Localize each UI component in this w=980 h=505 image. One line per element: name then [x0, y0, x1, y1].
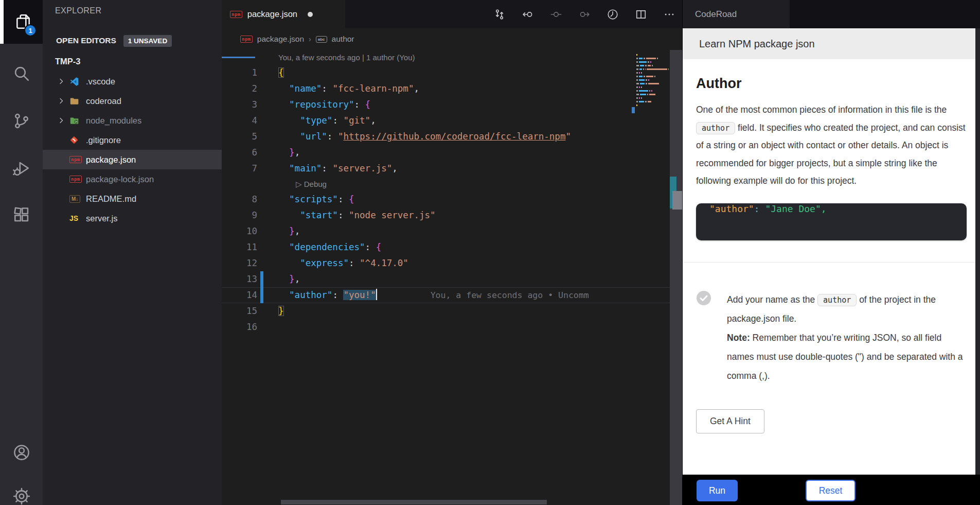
chevron-right-icon	[57, 116, 69, 125]
folder-icon	[69, 96, 86, 106]
minimap[interactable]	[636, 53, 670, 161]
code-line-11[interactable]: 11 "dependencies": {	[222, 239, 682, 255]
line-number: 2	[222, 81, 257, 97]
line-number: 10	[222, 223, 257, 239]
chevron-right-icon	[57, 77, 69, 85]
open-changes-icon[interactable]	[494, 9, 505, 20]
horizontal-scrollbar-thumb[interactable]	[281, 500, 547, 504]
file-label: .gitignore	[86, 135, 121, 145]
svg-text:js: js	[75, 120, 78, 124]
timeline-icon[interactable]	[607, 9, 618, 20]
tree-item-coderoad[interactable]: coderoad	[43, 91, 222, 111]
codelens-debug[interactable]: ▷ Debug	[222, 177, 682, 191]
code-line-14[interactable]: 14 "author": "you!"You, a few seconds ag…	[222, 287, 682, 303]
explorer-header: EXPLORER	[55, 6, 213, 15]
editor-scrollbar-column[interactable]	[670, 50, 682, 505]
code-line-5[interactable]: 5 "url": "https://github.com/coderoad/fc…	[222, 129, 682, 145]
tree-item-server-js[interactable]: JSserver.js	[43, 208, 222, 228]
explorer-sidebar: EXPLORER OPEN EDITORS 1 UNSAVED TMP-3 .v…	[43, 0, 222, 505]
activity-extensions-item[interactable]	[0, 193, 43, 237]
reset-button[interactable]: Reset	[806, 480, 856, 501]
task-item: Add your name as the author of the proje…	[696, 290, 967, 386]
code-line-12[interactable]: 12 "express": "^4.17.0"	[222, 255, 682, 271]
code-line-6[interactable]: 6 },	[222, 145, 682, 161]
tree-item-package-json[interactable]: npmpackage.json	[43, 150, 222, 169]
tree-item-package-lock-json[interactable]: npmpackage-lock.json	[43, 169, 222, 189]
activity-search-item[interactable]	[0, 51, 43, 95]
code-line-15[interactable]: 15}	[222, 303, 682, 319]
activity-run-debug-item[interactable]	[0, 146, 43, 190]
inline-code: author	[817, 294, 857, 306]
workspace-root-folder[interactable]: TMP-3	[43, 51, 222, 71]
scrollbar-thumb[interactable]	[672, 191, 682, 210]
code-line-10[interactable]: 10 },	[222, 223, 682, 239]
tree-item--vscode[interactable]: .vscode	[43, 72, 222, 91]
next-change-icon[interactable]	[579, 9, 590, 20]
chevron-right-icon	[57, 97, 69, 105]
line-number: 9	[222, 207, 257, 223]
source-control-icon	[13, 112, 30, 130]
file-label: package.json	[86, 155, 136, 165]
coderoad-tab-label: CodeRoad	[695, 9, 737, 20]
code-line-1[interactable]: 1{	[222, 65, 682, 81]
text-cursor	[376, 289, 377, 300]
tab-coderoad[interactable]: CodeRoad	[683, 0, 790, 28]
file-label: coderoad	[86, 96, 121, 106]
divider	[683, 262, 980, 263]
blame-annotation: You, a few seconds ago • Uncomm	[431, 290, 589, 300]
dirty-indicator-icon[interactable]	[308, 12, 313, 17]
minimap-selection-line	[222, 57, 255, 58]
line-number: 16	[222, 319, 257, 335]
inline-code: author	[696, 122, 735, 134]
npm-icon: npm	[69, 156, 86, 163]
line-number: 13	[222, 271, 257, 287]
tree-item-readme-md[interactable]: M↓README.md	[43, 189, 222, 208]
file-label: server.js	[86, 214, 117, 223]
account-icon	[13, 444, 30, 461]
codelens-authors[interactable]: You, a few seconds ago | 1 author (You)	[222, 50, 682, 65]
code-line-3[interactable]: 3 "repository": {	[222, 97, 682, 113]
code-line-2[interactable]: 2 "name": "fcc-learn-npm",	[222, 81, 682, 97]
npm-file-icon: npm	[240, 36, 253, 43]
line-number: 14	[222, 287, 257, 303]
run-button[interactable]: Run	[697, 480, 738, 501]
breadcrumb-symbol[interactable]: author	[332, 34, 354, 44]
code-line-9[interactable]: 9 "start": "node server.js"	[222, 207, 682, 223]
line-number: 7	[222, 161, 257, 177]
code-line-4[interactable]: 4 "type": "git",	[222, 113, 682, 129]
node-folder-icon: js	[69, 116, 86, 126]
code-line-16[interactable]: 16	[222, 319, 682, 335]
activity-source-control-item[interactable]	[0, 99, 43, 143]
line-number: 12	[222, 255, 257, 271]
npm-icon: npm	[69, 176, 86, 183]
previous-change-icon[interactable]	[550, 9, 562, 20]
line-number: 5	[222, 129, 257, 145]
code-editor[interactable]: You, a few seconds ago | 1 author (You)1…	[222, 50, 682, 505]
coderoad-content: Author One of the most common pieces of …	[683, 59, 980, 475]
lesson-title: Learn NPM package json	[699, 38, 815, 50]
step-heading: Author	[696, 76, 967, 92]
open-editors-section[interactable]: OPEN EDITORS 1 UNSAVED	[43, 31, 222, 50]
activity-settings-gear-item[interactable]	[0, 474, 43, 505]
line-number: 8	[222, 191, 257, 207]
get-hint-button[interactable]: Get A Hint	[696, 409, 764, 433]
breadcrumb[interactable]: npm package.json › abc author	[222, 28, 682, 50]
breadcrumb-file[interactable]: package.json	[257, 34, 304, 44]
tree-item-node-modules[interactable]: jsnode_modules	[43, 111, 222, 130]
split-editor-icon[interactable]	[635, 9, 647, 20]
activity-files-item[interactable]: 1	[0, 0, 43, 44]
more-actions-icon[interactable]	[664, 9, 675, 20]
coderoad-bottom-bar: Run Reset	[683, 475, 980, 505]
code-line-13[interactable]: 13 },	[222, 271, 682, 287]
tab-package-json[interactable]: npm package.json	[222, 0, 345, 28]
file-label: .vscode	[86, 77, 115, 86]
check-circle-icon	[696, 290, 711, 306]
activity-account-item[interactable]	[0, 430, 43, 474]
panel-scrollbar-track[interactable]	[975, 28, 980, 475]
code-line-7[interactable]: 7 "main": "server.js",	[222, 161, 682, 177]
code-line-8[interactable]: 8 "scripts": {	[222, 191, 682, 207]
activity-badge: 1	[24, 24, 37, 37]
tree-item--gitignore[interactable]: .gitignore	[43, 130, 222, 150]
file-label: README.md	[86, 194, 136, 204]
go-back-icon[interactable]	[522, 9, 533, 20]
